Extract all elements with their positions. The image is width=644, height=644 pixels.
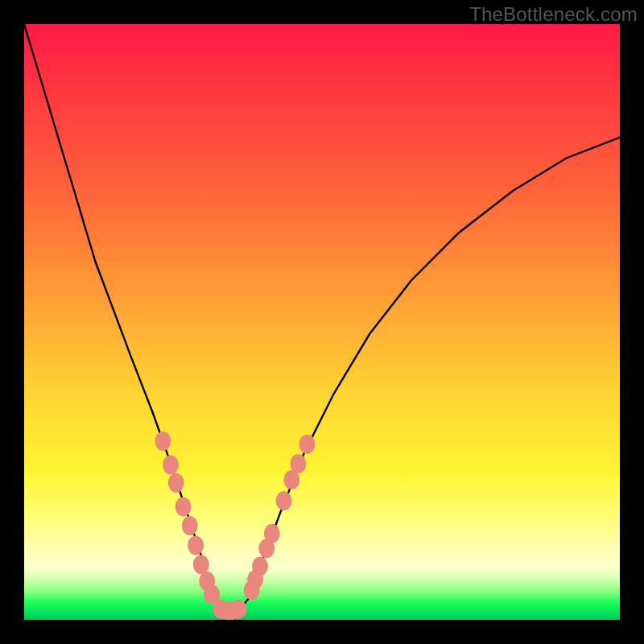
data-dot: [264, 524, 280, 543]
data-dot: [299, 435, 316, 454]
data-dot: [163, 456, 179, 475]
data-dot: [199, 572, 215, 591]
data-dot: [188, 536, 204, 555]
data-dot: [175, 497, 192, 516]
data-dot: [283, 470, 299, 489]
data-dot: [247, 570, 263, 589]
data-dot: [276, 491, 292, 510]
data-dot: [168, 473, 184, 493]
data-dot: [204, 584, 220, 604]
data-dot: [193, 555, 209, 574]
data-dot: [230, 600, 246, 619]
data-dot: [290, 454, 306, 473]
data-dot: [258, 539, 275, 558]
data-dot: [244, 580, 260, 600]
data-dot: [182, 516, 198, 535]
data-dot: [213, 600, 229, 619]
data-dot: [155, 431, 171, 451]
curve-svg: [24, 24, 620, 620]
data-dot: [252, 556, 268, 576]
dots-left: [155, 431, 246, 620]
plot-area: [24, 24, 620, 620]
chart-frame: TheBottleneck.com: [0, 0, 644, 644]
dots-right: [244, 435, 316, 600]
data-dot: [221, 601, 237, 620]
watermark-text: TheBottleneck.com: [469, 3, 638, 26]
bottleneck-curve: [24, 24, 620, 611]
